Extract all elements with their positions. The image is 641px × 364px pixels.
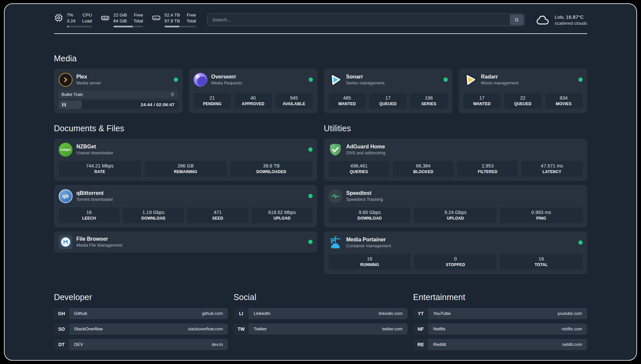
social-links: LI LinkedIn linkedin.com TW Twitter twit… [233, 308, 408, 335]
bookmark-netflix[interactable]: NF Netflix netflix.com [413, 323, 587, 335]
bookmark-twitter[interactable]: TW Twitter twitter.com [233, 323, 408, 335]
section-title-documents: Documents & Files [54, 124, 318, 133]
bookmark-url: github.com [202, 311, 223, 316]
filebrowser-icon [59, 235, 73, 249]
section-title-social: Social [233, 292, 408, 302]
app-meta: File Browser Media File Management [76, 236, 122, 248]
weather-text: Lviv, 16.87°C scattered clouds [555, 14, 587, 26]
bookmark-name: YouTube [433, 311, 451, 316]
bookmark-name: Github [74, 311, 87, 316]
storage-progress-fill [165, 26, 179, 27]
stat-label: QUERIES [329, 169, 389, 174]
playback-time: 24:44 / 02:06:47 [140, 102, 178, 107]
stat-tile: 16 LEECH [59, 207, 120, 223]
adguard-icon [328, 143, 342, 157]
app-meta: Media Portainer Container management [346, 237, 391, 248]
memory-free-label: Free [134, 13, 143, 18]
app-name: Radarr [481, 74, 519, 80]
playback-progress-bar[interactable]: 24:44 / 02:06:47 [59, 101, 178, 109]
section-title-utilities: Utilities [324, 124, 587, 133]
app-subtitle: Media server [76, 80, 101, 85]
cpu-stat-body: 7% CPU 3.24 Load [67, 13, 92, 27]
card-header: Speedtest Speedtest Tracking [328, 189, 583, 203]
card-header: AdGuard Home DNS and adblocking [328, 143, 583, 157]
app-card-filebrowser[interactable]: File Browser Media File Management [54, 231, 318, 253]
stat-label: PENDING [194, 102, 230, 106]
stat-value: 16 [59, 210, 119, 215]
memory-total-label: Total [134, 18, 143, 24]
search-engine-button[interactable]: G [510, 15, 524, 25]
stat-label: BLOCKED [393, 169, 453, 174]
search-input[interactable] [207, 14, 525, 26]
app-card-speedtest[interactable]: Speedtest Speedtest Tracking 9.65 Gbps D… [324, 185, 587, 228]
stat-tile: 196 SERIES [410, 93, 448, 109]
plex-icon [59, 73, 73, 87]
app-card-overseerr[interactable]: Overseerr Media Requests 21 PENDING 40 A… [189, 69, 318, 113]
app-meta: Plex Media server [76, 74, 101, 85]
app-card-portainer[interactable]: Media Portainer Container management 16 … [324, 231, 587, 274]
app-card-radarr[interactable]: Radarr Movie management 17 WANTED 22 QUE… [459, 69, 587, 113]
cpu-chip-icon [54, 13, 63, 22]
status-online-dot [443, 77, 448, 82]
dashboard-page: 7% CPU 3.24 Load [4, 3, 637, 361]
bookmark-pill: Github github.com [69, 308, 228, 319]
developer-column: Developer GH Github github.com SO StackO… [54, 292, 228, 350]
memory-stat-body: 22 GiB Free 64 GiB Total [113, 13, 143, 27]
app-subtitle: Series management [346, 80, 384, 85]
stat-tile: 16 RUNNING [328, 254, 411, 270]
memory-total-value: 64 GiB [113, 18, 127, 24]
app-subtitle: Media File Management [76, 243, 122, 248]
stat-value: 17 [464, 95, 500, 101]
stat-tile: 21 PENDING [194, 93, 231, 109]
app-stats-row: 485 WANTED 17 QUEUED 196 SERIES [328, 89, 448, 109]
stat-tile: 485 WANTED [328, 93, 366, 109]
app-card-plex[interactable]: Plex Media server Bullet Train [54, 69, 183, 113]
bookmark-linkedin[interactable]: LI LinkedIn linkedin.com [233, 308, 408, 319]
bookmark-reddit[interactable]: RE Reddit reddit.com [413, 339, 587, 350]
bookmark-name: Reddit [433, 342, 446, 347]
storage-progress-bar [165, 26, 196, 27]
stat-label: PING [501, 216, 582, 221]
bookmark-name: Twitter [254, 326, 267, 331]
stat-tile: 471 SEED [187, 207, 248, 223]
card-header: Plex Media server [59, 73, 178, 87]
app-card-qbittorrent[interactable]: qb qBittorrent Torrent downloader 16 [54, 185, 318, 228]
card-header: Media Portainer Container management [328, 236, 583, 250]
status-online-dot [308, 194, 313, 198]
bookmark-github[interactable]: GH Github github.com [54, 308, 228, 319]
bookmark-stackoverflow[interactable]: SO StackOverflow stackoverflow.com [54, 323, 228, 335]
app-name: AdGuard Home [346, 144, 385, 150]
developer-links: GH Github github.com SO StackOverflow st… [54, 308, 228, 350]
storage-stat-body: 52.4 TB Free 97.9 TB Total [165, 13, 196, 27]
bookmark-youtube[interactable]: YT YouTube youtube.com [413, 308, 587, 319]
app-meta: Sonarr Series management [346, 74, 384, 85]
storage-total-value: 97.9 TB [165, 18, 180, 24]
app-card-adguard[interactable]: AdGuard Home DNS and adblocking 498,461 … [324, 138, 587, 181]
app-subtitle: Torrent downloader [76, 197, 113, 202]
stat-tile: 47.571 ms LATENCY [521, 161, 582, 177]
entertainment-links: YT YouTube youtube.com NF Netflix netfli… [413, 308, 587, 350]
bookmark-pill: StackOverflow stackoverflow.com [69, 323, 228, 335]
stat-label: UPLOAD [252, 216, 312, 221]
app-name: Speedtest [346, 190, 383, 196]
app-name: Media Portainer [346, 237, 391, 243]
app-subtitle: Movie management [481, 80, 519, 85]
stat-value: 86,384 [393, 163, 453, 168]
bookmark-abbr: LI [233, 308, 249, 319]
status-online-dot [578, 77, 583, 82]
pause-icon[interactable] [62, 103, 66, 106]
app-card-sonarr[interactable]: Sonarr Series management 485 WANTED 17 Q… [324, 69, 452, 113]
stat-value: 16 [501, 256, 582, 261]
app-stats-row: 9.65 Gbps DOWNLOAD 9.24 Gbps UPLOAD 0.99… [328, 203, 583, 223]
stat-tile: 16 TOTAL [500, 254, 582, 270]
bookmark-dev[interactable]: DT DEV dev.to [54, 339, 228, 350]
weather-widget[interactable]: Lviv, 16.87°C scattered clouds [536, 14, 587, 26]
stat-value: 196 [411, 95, 447, 101]
bookmark-url: youtube.com [558, 311, 582, 316]
app-card-nzbget[interactable]: nzbget NZBGet Usenet downloader 744.21 M… [54, 138, 318, 181]
stat-value: 2,953 [458, 163, 517, 168]
bookmark-abbr: TW [233, 323, 249, 335]
dashboard-content: 7% CPU 3.24 Load [54, 13, 587, 350]
stat-value: 1.19 Gbps [124, 210, 183, 215]
gear-icon[interactable] [170, 92, 175, 97]
